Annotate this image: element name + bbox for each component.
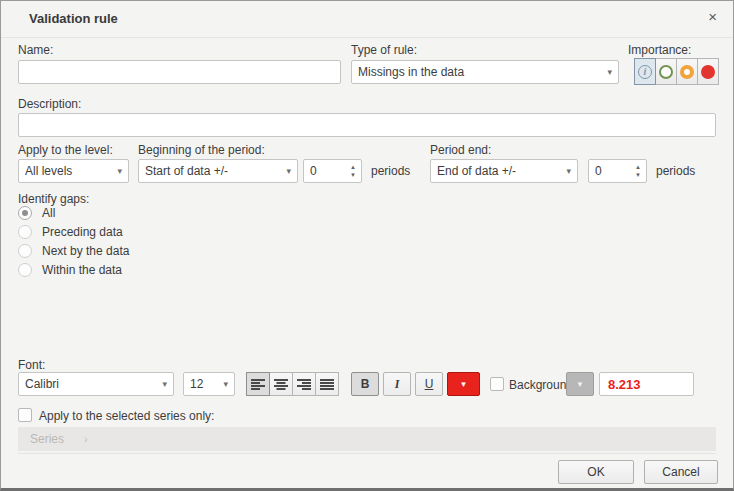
period-begin-count-input[interactable] xyxy=(304,160,345,182)
cancel-button[interactable]: Cancel xyxy=(644,460,718,484)
identify-gaps-label: Identify gaps: xyxy=(18,192,89,206)
footer-separator xyxy=(18,453,716,454)
spinner-down-icon[interactable]: ▼ xyxy=(350,171,356,179)
background-checkbox[interactable] xyxy=(490,377,504,391)
spinner-down-icon[interactable]: ▼ xyxy=(635,171,641,179)
period-begin-unit: periods xyxy=(371,164,410,178)
apply-level-select[interactable]: All levels ▾ xyxy=(18,159,129,183)
apply-level-value: All levels xyxy=(25,164,113,178)
alignment-group xyxy=(246,372,339,396)
radio-within-label: Within the data xyxy=(42,263,122,277)
period-begin-select[interactable]: Start of data +/- ▾ xyxy=(138,159,298,183)
dialog-title: Validation rule xyxy=(29,11,118,26)
align-center-icon xyxy=(274,379,288,390)
chevron-down-icon: ▾ xyxy=(607,67,612,77)
radio-row-all[interactable]: All xyxy=(18,205,55,220)
importance-info-button[interactable]: i xyxy=(634,58,656,85)
name-input[interactable] xyxy=(18,60,341,84)
info-icon: i xyxy=(638,65,652,79)
align-left-button[interactable] xyxy=(246,372,270,396)
font-family-value: Calibri xyxy=(25,377,158,391)
align-right-button[interactable] xyxy=(292,372,316,396)
spinner-buttons: ▲ ▼ xyxy=(345,160,361,182)
importance-medium-button[interactable] xyxy=(676,58,698,85)
font-size-select[interactable]: 12 ▾ xyxy=(183,372,235,396)
description-input[interactable] xyxy=(18,113,716,137)
font-family-select[interactable]: Calibri ▾ xyxy=(18,372,174,396)
apply-series-label: Apply to the selected series only: xyxy=(39,409,214,423)
series-selector-bar: Series › xyxy=(18,427,716,451)
font-label: Font: xyxy=(18,358,45,372)
radio-all[interactable] xyxy=(18,206,32,220)
radio-row-next[interactable]: Next by the data xyxy=(18,243,129,258)
underline-button[interactable]: U xyxy=(415,372,443,396)
radio-next-by-data[interactable] xyxy=(18,244,32,258)
radio-all-label: All xyxy=(42,206,55,220)
align-left-icon xyxy=(251,379,265,390)
period-begin-value: Start of data +/- xyxy=(145,164,282,178)
series-bar-label: Series xyxy=(30,432,64,446)
radio-within-data[interactable] xyxy=(18,263,32,277)
type-of-rule-select[interactable]: Missings in the data ▾ xyxy=(351,60,619,84)
radio-preceding-data[interactable] xyxy=(18,225,32,239)
spinner-buttons: ▲ ▼ xyxy=(630,160,646,182)
importance-high-button[interactable] xyxy=(697,58,719,85)
bold-button[interactable]: B xyxy=(351,372,379,396)
radio-row-preceding[interactable]: Preceding data xyxy=(18,224,123,239)
green-ring-icon xyxy=(659,65,673,79)
chevron-down-icon: ▾ xyxy=(223,379,228,389)
chevron-down-icon: ▾ xyxy=(566,166,571,176)
period-end-value: End of data +/- xyxy=(437,164,562,178)
align-center-button[interactable] xyxy=(269,372,293,396)
importance-label: Importance: xyxy=(628,43,691,57)
period-end-select[interactable]: End of data +/- ▾ xyxy=(430,159,578,183)
chevron-down-icon: ▾ xyxy=(461,379,466,389)
chevron-down-icon: ▾ xyxy=(286,166,291,176)
align-justify-button[interactable] xyxy=(315,372,339,396)
radio-next-label: Next by the data xyxy=(42,244,129,258)
type-of-rule-label: Type of rule: xyxy=(351,43,417,57)
apply-level-label: Apply to the level: xyxy=(18,143,113,157)
close-icon[interactable]: × xyxy=(708,9,717,25)
period-end-unit: periods xyxy=(656,164,695,178)
type-of-rule-value: Missings in the data xyxy=(358,65,603,79)
period-end-label: Period end: xyxy=(430,143,491,157)
importance-low-button[interactable] xyxy=(655,58,677,85)
period-begin-spinner[interactable]: ▲ ▼ xyxy=(303,159,362,183)
spinner-up-icon[interactable]: ▲ xyxy=(635,163,641,171)
importance-group: i xyxy=(634,58,719,85)
align-right-icon xyxy=(297,379,311,390)
ok-button[interactable]: OK xyxy=(558,460,634,484)
title-bar: Validation rule × xyxy=(1,1,733,38)
series-arrow-icon: › xyxy=(84,433,88,445)
chevron-down-icon: ▾ xyxy=(578,379,583,389)
radio-row-within[interactable]: Within the data xyxy=(18,262,122,277)
period-end-count-input[interactable] xyxy=(589,160,630,182)
orange-donut-icon xyxy=(680,65,694,79)
period-begin-label: Beginning of the period: xyxy=(138,143,265,157)
font-preview-box: 8.213 xyxy=(599,372,694,396)
name-label: Name: xyxy=(18,43,53,57)
red-dot-icon xyxy=(701,65,715,79)
italic-button[interactable]: I xyxy=(383,372,411,396)
apply-series-checkbox[interactable] xyxy=(18,408,32,422)
align-justify-icon xyxy=(320,379,334,390)
spinner-up-icon[interactable]: ▲ xyxy=(350,163,356,171)
font-color-button[interactable]: ▾ xyxy=(447,372,480,396)
font-preview-value: 8.213 xyxy=(608,377,641,392)
background-color-button[interactable]: ▾ xyxy=(566,372,594,396)
validation-rule-dialog: Validation rule × Name: Type of rule: Im… xyxy=(0,0,734,491)
chevron-down-icon: ▾ xyxy=(117,166,122,176)
font-size-value: 12 xyxy=(190,377,219,391)
period-end-spinner[interactable]: ▲ ▼ xyxy=(588,159,647,183)
chevron-down-icon: ▾ xyxy=(162,379,167,389)
radio-preceding-label: Preceding data xyxy=(42,225,123,239)
description-label: Description: xyxy=(18,97,81,111)
